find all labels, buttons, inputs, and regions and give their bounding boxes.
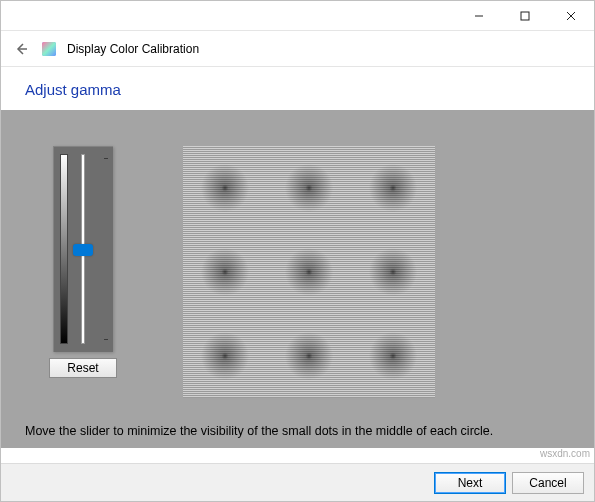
gamma-sample — [351, 314, 435, 398]
gamma-preview-grid — [183, 146, 435, 398]
gamma-sample — [351, 230, 435, 314]
gradient-strip-icon — [60, 154, 68, 344]
window-header: Display Color Calibration — [1, 31, 594, 67]
close-button[interactable] — [548, 1, 594, 31]
content-area: Reset Move the slider to minimize the vi… — [1, 110, 594, 448]
gamma-sample — [351, 146, 435, 230]
gamma-sample — [267, 314, 351, 398]
svg-rect-6 — [42, 42, 56, 56]
gamma-slider-thumb[interactable] — [73, 244, 93, 256]
page-heading: Adjust gamma — [1, 67, 594, 110]
watermark-text: wsxdn.com — [540, 448, 590, 459]
back-button[interactable] — [11, 39, 31, 59]
minimize-button[interactable] — [456, 1, 502, 31]
gamma-sample — [183, 146, 267, 230]
window-title: Display Color Calibration — [67, 42, 199, 56]
maximize-button[interactable] — [502, 1, 548, 31]
dccw-icon — [41, 41, 57, 57]
wizard-button-bar: Next Cancel — [1, 463, 594, 501]
gamma-sample — [183, 314, 267, 398]
slider-tick-top — [104, 158, 108, 159]
next-button[interactable]: Next — [434, 472, 506, 494]
gamma-slider-panel — [53, 146, 113, 352]
gamma-sample — [267, 230, 351, 314]
svg-rect-1 — [521, 12, 529, 20]
cancel-button[interactable]: Cancel — [512, 472, 584, 494]
window-titlebar — [1, 1, 594, 31]
gamma-sample — [267, 146, 351, 230]
slider-tick-bottom — [104, 339, 108, 340]
gamma-sample — [183, 230, 267, 314]
reset-button[interactable]: Reset — [49, 358, 117, 378]
instruction-text: Move the slider to minimize the visibili… — [25, 424, 570, 438]
